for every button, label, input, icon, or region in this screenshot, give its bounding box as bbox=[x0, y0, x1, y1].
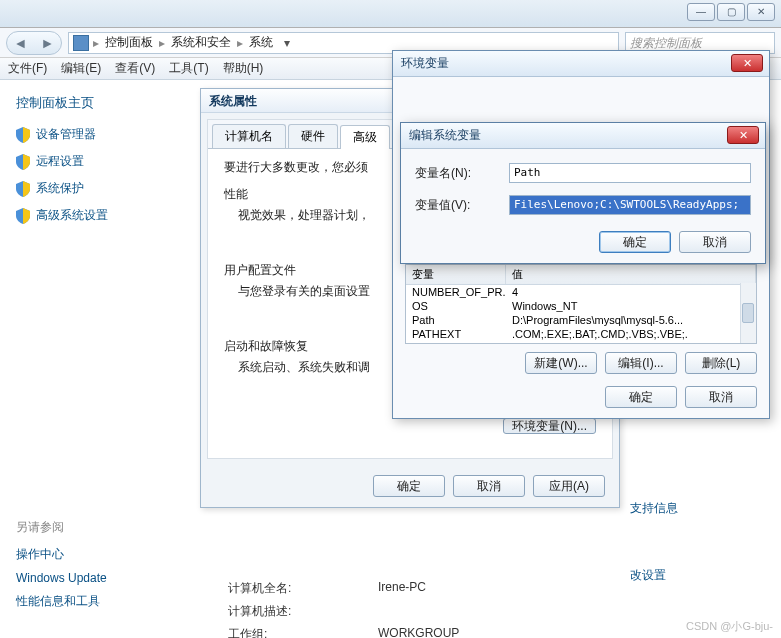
new-var-button[interactable]: 新建(W)... bbox=[525, 352, 597, 374]
window-close-button[interactable]: ✕ bbox=[747, 3, 775, 21]
desc-label: 计算机描述: bbox=[228, 603, 378, 620]
see-also-windows-update[interactable]: Windows Update bbox=[16, 571, 196, 585]
nav-back-icon[interactable]: ◄ bbox=[7, 32, 34, 54]
workgroup-value: WORKGROUP bbox=[378, 626, 459, 638]
tab-advanced[interactable]: 高级 bbox=[340, 125, 390, 149]
menu-help[interactable]: 帮助(H) bbox=[223, 60, 264, 77]
shield-icon bbox=[16, 208, 30, 224]
content-area: 系统属性 计算机名 硬件 高级 要进行大多数更改，您必须 性能 视觉效果，处理器… bbox=[200, 80, 781, 638]
table-row[interactable]: PATHEXT.COM;.EXE;.BAT;.CMD;.VBS;.VBE;. bbox=[406, 327, 756, 341]
editvar-ok-button[interactable]: 确定 bbox=[599, 231, 671, 253]
see-also-performance[interactable]: 性能信息和工具 bbox=[16, 593, 196, 610]
sidebar-item-remote[interactable]: 远程设置 bbox=[16, 153, 184, 170]
sidebar-item-label: 设备管理器 bbox=[36, 126, 96, 143]
window-minimize-button[interactable]: — bbox=[687, 3, 715, 21]
chevron-right-icon: ▸ bbox=[159, 36, 165, 50]
table-row[interactable]: OSWindows_NT bbox=[406, 299, 756, 313]
table-row[interactable]: PathD:\ProgramFiles\mysql\mysql-5.6... bbox=[406, 313, 756, 327]
breadcrumb-item[interactable]: 系统 bbox=[247, 34, 275, 51]
breadcrumb-item[interactable]: 控制面板 bbox=[103, 34, 155, 51]
support-info-link[interactable]: 支持信息 bbox=[630, 500, 678, 517]
var-value-input[interactable]: Files\Lenovo;C:\SWTOOLS\ReadyApps; bbox=[509, 195, 751, 215]
delete-var-button[interactable]: 删除(L) bbox=[685, 352, 757, 374]
scrollbar[interactable] bbox=[740, 283, 756, 343]
env-vars-title: 环境变量 bbox=[401, 55, 449, 72]
control-panel-icon bbox=[73, 35, 89, 51]
edit-var-titlebar[interactable]: 编辑系统变量 ✕ bbox=[401, 123, 765, 149]
sysprops-ok-button[interactable]: 确定 bbox=[373, 475, 445, 497]
close-icon[interactable]: ✕ bbox=[731, 54, 763, 72]
close-icon[interactable]: ✕ bbox=[727, 126, 759, 144]
var-value-label: 变量值(V): bbox=[415, 197, 499, 214]
edit-system-var-dialog: 编辑系统变量 ✕ 变量名(N): Path 变量值(V): Files\Leno… bbox=[400, 122, 766, 264]
see-also-title: 另请参阅 bbox=[16, 519, 196, 536]
var-name-label: 变量名(N): bbox=[415, 165, 499, 182]
sidebar-item-advanced[interactable]: 高级系统设置 bbox=[16, 207, 184, 224]
edit-var-title: 编辑系统变量 bbox=[409, 127, 481, 144]
system-vars-table[interactable]: 变量 值 NUMBER_OF_PR..4 OSWindows_NT PathD:… bbox=[405, 264, 757, 344]
sidebar-item-label: 高级系统设置 bbox=[36, 207, 108, 224]
sidebar-item-label: 远程设置 bbox=[36, 153, 84, 170]
menu-tools[interactable]: 工具(T) bbox=[169, 60, 208, 77]
chevron-right-icon: ▸ bbox=[237, 36, 243, 50]
breadcrumb-dropdown-icon[interactable]: ▾ bbox=[279, 36, 295, 50]
fullname-value: Irene-PC bbox=[378, 580, 426, 597]
sidebar-title[interactable]: 控制面板主页 bbox=[16, 94, 184, 112]
sidebar-item-label: 系统保护 bbox=[36, 180, 84, 197]
see-also-action-center[interactable]: 操作中心 bbox=[16, 546, 196, 563]
nav-forward-icon[interactable]: ► bbox=[34, 32, 61, 54]
window-titlebar: — ▢ ✕ bbox=[0, 0, 781, 28]
tab-hardware[interactable]: 硬件 bbox=[288, 124, 338, 148]
col-variable[interactable]: 变量 bbox=[406, 265, 506, 284]
menu-file[interactable]: 文件(F) bbox=[8, 60, 47, 77]
col-value[interactable]: 值 bbox=[506, 265, 756, 284]
shield-icon bbox=[16, 127, 30, 143]
window-maximize-button[interactable]: ▢ bbox=[717, 3, 745, 21]
sidebar: 控制面板主页 设备管理器 远程设置 系统保护 高级系统设置 另请参阅 操作中心 … bbox=[0, 80, 200, 638]
edit-var-button[interactable]: 编辑(I)... bbox=[605, 352, 677, 374]
var-name-input[interactable]: Path bbox=[509, 163, 751, 183]
menu-edit[interactable]: 编辑(E) bbox=[61, 60, 101, 77]
watermark: CSDN @小G-bju- bbox=[686, 619, 773, 634]
sidebar-item-protection[interactable]: 系统保护 bbox=[16, 180, 184, 197]
sysprops-apply-button[interactable]: 应用(A) bbox=[533, 475, 605, 497]
env-vars-button[interactable]: 环境变量(N)... bbox=[503, 418, 596, 434]
nav-back-forward[interactable]: ◄ ► bbox=[6, 31, 62, 55]
tab-computer-name[interactable]: 计算机名 bbox=[212, 124, 286, 148]
envvars-cancel-button[interactable]: 取消 bbox=[685, 386, 757, 408]
menu-view[interactable]: 查看(V) bbox=[115, 60, 155, 77]
sysprops-cancel-button[interactable]: 取消 bbox=[453, 475, 525, 497]
editvar-cancel-button[interactable]: 取消 bbox=[679, 231, 751, 253]
table-row[interactable]: NUMBER_OF_PR..4 bbox=[406, 285, 756, 299]
env-vars-titlebar[interactable]: 环境变量 ✕ bbox=[393, 51, 769, 77]
shield-icon bbox=[16, 181, 30, 197]
breadcrumb-item[interactable]: 系统和安全 bbox=[169, 34, 233, 51]
fullname-label: 计算机全名: bbox=[228, 580, 378, 597]
shield-icon bbox=[16, 154, 30, 170]
chevron-right-icon: ▸ bbox=[93, 36, 99, 50]
sidebar-item-device-manager[interactable]: 设备管理器 bbox=[16, 126, 184, 143]
envvars-ok-button[interactable]: 确定 bbox=[605, 386, 677, 408]
workgroup-label: 工作组: bbox=[228, 626, 378, 638]
